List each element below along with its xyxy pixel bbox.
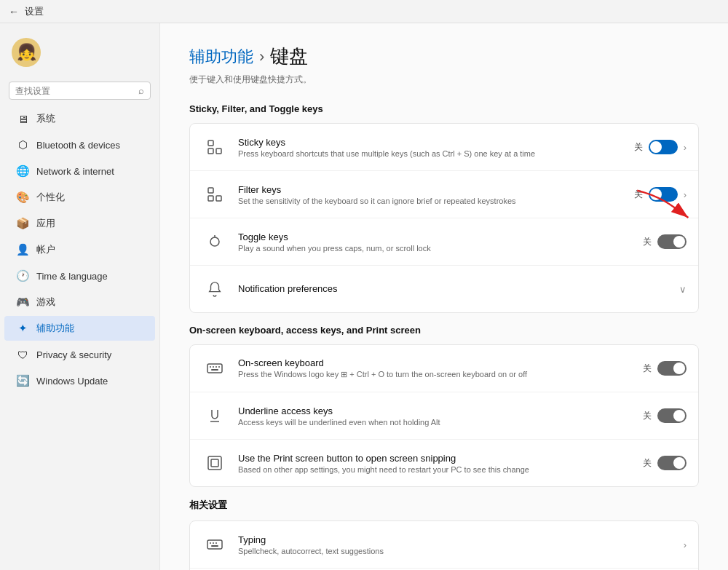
privacy-icon: 🛡 [16, 348, 29, 361]
notification-prefs-controls: ∨ [679, 284, 687, 295]
underline-access-row[interactable]: Underline access keys Access keys will b… [190, 392, 698, 440]
breadcrumb-separator: › [259, 47, 264, 66]
notification-prefs-title: Notification preferences [238, 283, 679, 294]
typing-desc: Spellcheck, autocorrect, text suggestion… [238, 547, 684, 555]
underline-access-desc: Access keys will be underlined even when… [238, 418, 643, 427]
sticky-keys-status: 关 [634, 141, 643, 154]
print-screen-controls: 关 [643, 456, 687, 470]
filter-keys-controls: 关 › [634, 187, 687, 202]
sticky-keys-toggle[interactable] [649, 140, 678, 154]
filter-keys-desc: Set the sensitivity of the keyboard so i… [238, 197, 634, 205]
breadcrumb-parent[interactable]: 辅助功能 [189, 46, 253, 68]
system-icon: 🖥 [16, 112, 29, 125]
apps-icon: 📦 [16, 217, 29, 230]
sidebar-item-network[interactable]: 🌐 Network & internet [4, 159, 155, 183]
notification-prefs-chevron: ∨ [679, 284, 687, 295]
typing-row[interactable]: Typing Spellcheck, autocorrect, text sug… [190, 521, 698, 569]
windows-update-icon: 🔄 [16, 374, 29, 387]
personalization-icon: 🎨 [16, 191, 29, 204]
toggle-keys-icon [202, 229, 228, 255]
sidebar-item-time[interactable]: 🕐 Time & language [4, 264, 155, 288]
sidebar-item-windows-update[interactable]: 🔄 Windows Update [4, 368, 155, 393]
sidebar-item-personalization[interactable]: 🎨 个性化 [4, 185, 155, 210]
title-bar-title: 设置 [25, 5, 44, 18]
filter-keys-text: Filter keys Set the sensitivity of the k… [238, 184, 634, 205]
sidebar-item-label: 个性化 [36, 191, 65, 204]
toggle-keys-status: 关 [643, 236, 652, 248]
sidebar-item-label: Windows Update [36, 376, 108, 387]
notification-prefs-text: Notification preferences [238, 283, 679, 296]
underline-access-controls: 关 [643, 408, 687, 423]
onscreen-keyboard-icon [202, 355, 228, 381]
sidebar-item-label: 游戏 [36, 296, 55, 309]
sticky-keys-row[interactable]: Sticky keys Press keyboard shortcuts tha… [190, 124, 698, 171]
sidebar-item-apps[interactable]: 📦 应用 [4, 211, 155, 236]
page-title: 键盘 [270, 44, 308, 69]
section3-group: Typing Spellcheck, autocorrect, text sug… [189, 520, 699, 570]
filter-keys-toggle[interactable] [649, 187, 678, 202]
network-icon: 🌐 [16, 165, 29, 178]
print-screen-row[interactable]: Use the Print screen button to open scre… [190, 440, 698, 486]
sidebar-item-bluetooth[interactable]: ⬡ Bluetooth & devices [4, 132, 155, 157]
sticky-keys-controls: 关 › [634, 140, 687, 154]
search-box[interactable]: ⌕ [9, 82, 151, 100]
back-button[interactable]: ← [9, 6, 19, 17]
section2-title: On-screen keyboard, access keys, and Pri… [189, 325, 699, 336]
onscreen-keyboard-toggle[interactable] [657, 361, 687, 376]
onscreen-keyboard-row[interactable]: On-screen keyboard Press the Windows log… [190, 345, 698, 392]
print-screen-title: Use the Print screen button to open scre… [238, 453, 643, 464]
print-screen-toggle[interactable] [657, 456, 687, 470]
sidebar: 👧 ⌕ 🖥 系统 ⬡ Bluetooth & devices 🌐 Network… [0, 23, 160, 570]
sticky-keys-title: Sticky keys [238, 137, 634, 148]
print-screen-text: Use the Print screen button to open scre… [238, 453, 643, 474]
svg-rect-3 [208, 188, 213, 193]
typing-title: Typing [238, 534, 684, 545]
onscreen-keyboard-text: On-screen keyboard Press the Windows log… [238, 357, 643, 379]
filter-keys-icon [202, 181, 228, 207]
typing-chevron: › [684, 539, 687, 550]
notification-prefs-row[interactable]: Notification preferences ∨ [190, 266, 698, 312]
toggle-keys-toggle[interactable] [657, 234, 687, 249]
underline-access-icon [202, 403, 228, 429]
onscreen-keyboard-desc: Press the Windows logo key ⊞ + Ctrl + O … [238, 370, 643, 379]
bluetooth-icon: ⬡ [16, 138, 29, 151]
typing-controls: › [684, 539, 687, 550]
filter-keys-title: Filter keys [238, 184, 634, 195]
filter-keys-row[interactable]: Filter keys Set the sensitivity of the k… [190, 171, 698, 218]
sidebar-item-privacy[interactable]: 🛡 Privacy & security [4, 342, 155, 367]
print-screen-status: 关 [643, 457, 652, 470]
breadcrumb: 辅助功能 › 键盘 [189, 44, 699, 69]
avatar-section: 👧 [0, 29, 159, 76]
section1-group: Sticky keys Press keyboard shortcuts tha… [189, 123, 699, 313]
sidebar-item-label: Time & language [36, 271, 108, 282]
accounts-icon: 👤 [16, 243, 29, 256]
sticky-keys-icon [202, 134, 228, 160]
onscreen-keyboard-status: 关 [643, 363, 652, 375]
sidebar-item-label: Bluetooth & devices [36, 140, 120, 151]
toggle-keys-controls: 关 [643, 234, 687, 249]
accessibility-icon: ✦ [16, 322, 29, 335]
sidebar-item-gaming[interactable]: 🎮 游戏 [4, 290, 155, 314]
section1-title: Sticky, Filter, and Toggle keys [189, 103, 699, 114]
underline-access-status: 关 [643, 410, 652, 422]
toggle-keys-title: Toggle keys [238, 231, 643, 242]
sidebar-item-accessibility[interactable]: ✦ 辅助功能 [4, 316, 155, 341]
sidebar-item-system[interactable]: 🖥 系统 [4, 106, 155, 131]
svg-rect-8 [207, 364, 222, 373]
svg-rect-4 [208, 196, 213, 201]
sidebar-item-label: Privacy & security [36, 349, 111, 360]
underline-access-toggle[interactable] [657, 408, 687, 423]
avatar: 👧 [12, 38, 41, 67]
main-content: 辅助功能 › 键盘 便于键入和使用键盘快捷方式。 Sticky, Filter,… [160, 23, 728, 570]
gaming-icon: 🎮 [16, 296, 29, 309]
sidebar-item-accounts[interactable]: 👤 帐户 [4, 237, 155, 262]
sticky-keys-text: Sticky keys Press keyboard shortcuts tha… [238, 137, 634, 158]
section2-group: On-screen keyboard Press the Windows log… [189, 344, 699, 487]
toggle-keys-row[interactable]: Toggle keys Play a sound when you press … [190, 218, 698, 266]
print-screen-desc: Based on other app settings, you might n… [238, 465, 643, 474]
sidebar-item-label: 应用 [36, 217, 55, 230]
section3-title: 相关设置 [189, 499, 699, 512]
onscreen-keyboard-title: On-screen keyboard [238, 357, 643, 368]
search-input[interactable] [15, 86, 138, 96]
time-icon: 🕐 [16, 269, 29, 282]
